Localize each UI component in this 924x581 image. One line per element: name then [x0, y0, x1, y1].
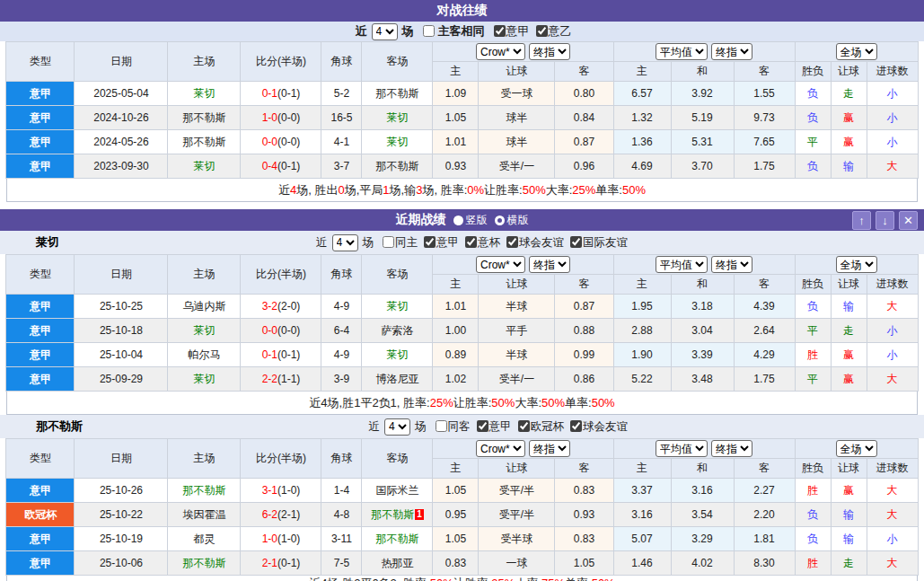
- summary-part: 单率:: [565, 576, 592, 581]
- result-wdl: 平: [795, 319, 831, 343]
- result-handicap-value: 赢: [843, 136, 854, 148]
- odds-handicap: 平手: [479, 319, 555, 343]
- summary-part: 近4场,胜2平0负2, 胜率:: [309, 576, 429, 581]
- score-cell: 3-2(2-0): [241, 295, 321, 319]
- result-goals-value: 大: [887, 373, 898, 385]
- halftime-score: (2-1): [277, 508, 300, 521]
- bookmaker-select[interactable]: Crow*: [476, 256, 525, 273]
- checkbox-unchecked[interactable]: [423, 25, 435, 37]
- home-team-name: 那不勒斯: [182, 557, 225, 569]
- odds-home: 1.00: [433, 319, 479, 343]
- result-goals-value: 大: [887, 300, 898, 313]
- result-wdl-value: 平: [807, 373, 818, 385]
- league-badge: 意甲: [6, 130, 75, 154]
- checkbox-checked[interactable]: [570, 236, 582, 248]
- average-select[interactable]: 平均值: [656, 256, 708, 273]
- checkbox-checked[interactable]: [506, 236, 518, 248]
- checkbox-checked[interactable]: [536, 25, 548, 37]
- checkbox-checked[interactable]: [570, 420, 582, 432]
- away-team-name: 莱切: [386, 300, 408, 313]
- odds-group-header: Crow*终指: [433, 42, 613, 62]
- bookmaker-select[interactable]: Crow*: [476, 43, 525, 60]
- filter-checkbox-球会友谊[interactable]: 球会友谊: [500, 235, 564, 251]
- sub-col-header: 主: [613, 275, 671, 295]
- napoli-team-name: 那不勒斯: [36, 418, 83, 435]
- avg-away: 1.81: [734, 527, 795, 551]
- checkbox-checked[interactable]: [518, 420, 530, 432]
- summary-part: 75%: [541, 577, 565, 581]
- result-wdl-value: 负: [807, 87, 818, 100]
- filter-checkbox-同客[interactable]: 同客: [429, 419, 471, 435]
- checkbox-checked[interactable]: [465, 236, 477, 248]
- average-select[interactable]: 平均值: [656, 43, 708, 60]
- final-index-select-2[interactable]: 终指: [711, 440, 752, 457]
- avg-draw: 3.70: [671, 154, 734, 179]
- home-team-name: 莱切: [193, 324, 215, 337]
- final-index-select[interactable]: 终指: [529, 440, 570, 457]
- checkbox-label: 意甲: [436, 236, 459, 249]
- odds-group-header: Crow*终指: [433, 255, 613, 275]
- fulltime-select[interactable]: 全场: [836, 43, 877, 60]
- fulltime-select[interactable]: 全场: [836, 440, 877, 457]
- filter-checkbox-国际友谊[interactable]: 国际友谊: [564, 235, 628, 251]
- filter-checkbox-意杯[interactable]: 意杯: [459, 235, 500, 251]
- result-handicap: 赢: [831, 479, 867, 503]
- layout-radio-vertical[interactable]: 竖版: [453, 213, 488, 228]
- summary-part: 单率:: [565, 395, 592, 411]
- corner-count: 4-9: [321, 295, 362, 319]
- home-team-name: 那不勒斯: [182, 136, 225, 148]
- games-label: 场: [363, 235, 374, 251]
- filter-checkbox-同主[interactable]: 同主: [376, 235, 418, 251]
- col-header: 日期: [75, 255, 168, 295]
- final-index-select-2[interactable]: 终指: [711, 256, 752, 273]
- summary-part: 让胜率:: [484, 182, 523, 198]
- bookmaker-select[interactable]: Crow*: [476, 440, 525, 457]
- final-index-select[interactable]: 终指: [529, 256, 570, 273]
- layout-radio-horizontal[interactable]: 横版: [495, 213, 529, 228]
- scroll-down-button[interactable]: ↓: [876, 211, 894, 230]
- result-goals-value: 小: [887, 111, 898, 124]
- close-button[interactable]: ✕: [899, 211, 918, 230]
- filter-checkbox-欧冠杯[interactable]: 欧冠杯: [512, 419, 565, 435]
- sub-col-header: 主: [613, 62, 671, 82]
- avg-draw: 3.54: [671, 503, 734, 527]
- fulltime-score: 1-0: [262, 111, 277, 124]
- result-goals-value: 大: [887, 160, 898, 172]
- league-badge: 意甲: [6, 479, 75, 503]
- result-wdl: 负: [795, 106, 831, 130]
- filter-checkbox-主客相同[interactable]: 主客相同: [417, 23, 488, 40]
- result-goals: 小: [867, 130, 918, 154]
- checkbox-checked[interactable]: [494, 25, 506, 37]
- match-row: 意甲25-10-25乌迪内斯3-2(2-0)4-9莱切1.01半球0.871.9…: [6, 295, 918, 319]
- checkbox-unchecked[interactable]: [383, 236, 394, 248]
- checkbox-unchecked[interactable]: [436, 420, 447, 432]
- checkbox-checked[interactable]: [477, 420, 488, 432]
- filter-checkbox-意乙[interactable]: 意乙: [530, 23, 572, 40]
- avg-draw: 3.16: [671, 479, 734, 503]
- checkbox-checked[interactable]: [424, 236, 436, 248]
- filter-checkbox-意甲[interactable]: 意甲: [418, 235, 459, 251]
- recent-count-select[interactable]: 4: [384, 418, 410, 436]
- filter-checkbox-意甲[interactable]: 意甲: [471, 419, 512, 435]
- result-handicap-value: 走: [843, 87, 854, 100]
- scroll-up-button[interactable]: ↑: [852, 211, 871, 230]
- filter-checkbox-球会友谊[interactable]: 球会友谊: [564, 419, 628, 435]
- avg-home: 2.88: [613, 319, 671, 343]
- avg-away: 1.55: [734, 82, 795, 106]
- match-date: 25-10-22: [75, 503, 168, 527]
- fulltime-select[interactable]: 全场: [836, 256, 877, 273]
- final-index-select-2[interactable]: 终指: [711, 43, 752, 60]
- recent-count-select[interactable]: 4: [332, 234, 358, 251]
- col-header: 日期: [75, 42, 168, 82]
- final-index-select[interactable]: 终指: [529, 43, 570, 60]
- summary-part: 50%: [491, 396, 515, 409]
- result-wdl: 胜: [795, 479, 831, 503]
- average-select[interactable]: 平均值: [656, 440, 708, 457]
- match-row: 意甲25-10-18莱切0-0(0-0)6-4萨索洛1.00平手0.882.88…: [6, 319, 918, 343]
- result-wdl-value: 平: [807, 324, 818, 337]
- col-header: 角球: [321, 439, 362, 479]
- result-goals-value: 大: [887, 508, 898, 521]
- lecce-table-container: 类型日期主场比分(半场)角球客场Crow*终指平均值终指全场主让球客主和客胜负让…: [0, 254, 924, 392]
- recent-count-select[interactable]: 4: [372, 23, 398, 40]
- filter-checkbox-意甲[interactable]: 意甲: [488, 23, 530, 40]
